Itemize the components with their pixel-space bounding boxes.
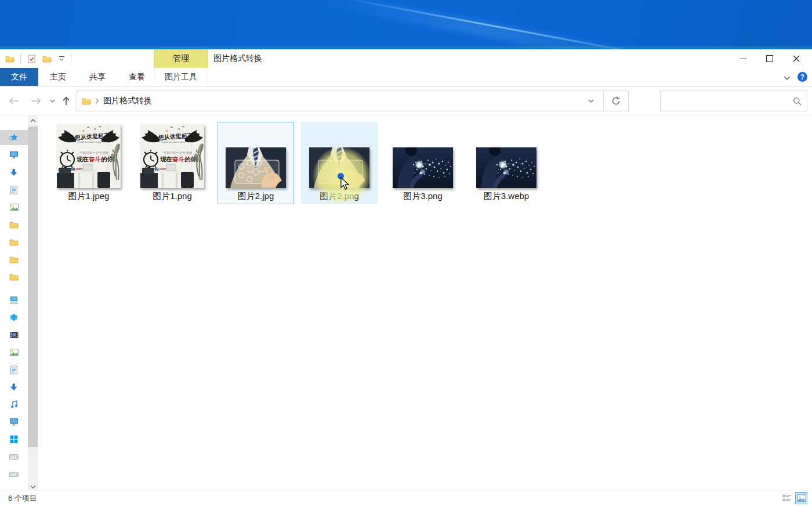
toolbar-separator bbox=[20, 54, 21, 63]
navigation-pane bbox=[0, 115, 38, 491]
file-tiles: 图片1.jpeg 图片1.png 图片2.jpg 图片2.png bbox=[50, 122, 545, 204]
recent-locations-icon[interactable] bbox=[48, 86, 57, 115]
details-view-icon[interactable] bbox=[781, 492, 793, 504]
thumbnail bbox=[218, 122, 293, 188]
sidebar-item-desktop[interactable] bbox=[0, 147, 28, 162]
scrollbar-thumb[interactable] bbox=[28, 126, 38, 447]
search-input[interactable] bbox=[661, 91, 787, 111]
thumbnail bbox=[51, 122, 126, 188]
thumbnail bbox=[469, 122, 544, 188]
sidebar-item-local-disk[interactable] bbox=[0, 449, 28, 464]
ribbon-right-controls: ? bbox=[784, 68, 807, 86]
ribbon-tab-row: 文件 主页 共享 查看 图片工具 ? bbox=[0, 68, 812, 86]
file-tile-selected[interactable]: 图片2.jpg bbox=[217, 122, 294, 204]
file-name: 图片3.webp bbox=[484, 191, 529, 202]
address-bar[interactable]: 图片格式转换 bbox=[77, 91, 629, 111]
navigation-bar: 图片格式转换 bbox=[0, 86, 812, 115]
up-icon[interactable] bbox=[60, 86, 72, 115]
thumbnail bbox=[135, 122, 210, 188]
sidebar-item-local-disk[interactable] bbox=[0, 467, 28, 482]
properties-icon[interactable] bbox=[26, 53, 37, 64]
sidebar-item-pinned-folder[interactable] bbox=[0, 269, 28, 284]
sidebar-item-downloads[interactable] bbox=[0, 165, 28, 180]
help-icon[interactable]: ? bbox=[798, 72, 807, 82]
address-dropdown-icon[interactable] bbox=[579, 91, 603, 111]
sidebar-item-documents[interactable] bbox=[0, 362, 28, 377]
item-count: 6 个项目 bbox=[8, 490, 37, 506]
file-tile[interactable]: 图片3.png bbox=[385, 122, 461, 204]
tab-share[interactable]: 共享 bbox=[78, 68, 117, 86]
search-icon[interactable] bbox=[787, 97, 807, 106]
window-controls bbox=[730, 49, 810, 68]
mouse-cursor-icon bbox=[340, 177, 350, 193]
minimize-button[interactable] bbox=[730, 49, 756, 68]
sidebar-item-this-pc[interactable] bbox=[0, 292, 28, 308]
toolbar-separator bbox=[71, 54, 71, 63]
quick-access-toolbar bbox=[5, 49, 71, 68]
sidebar-item-quick-access[interactable] bbox=[0, 130, 28, 145]
window-title: 图片格式转换 bbox=[213, 49, 262, 68]
window-body: 图片1.jpeg 图片1.png 图片2.jpg 图片2.png bbox=[0, 115, 812, 491]
tab-file[interactable]: 文件 bbox=[0, 68, 38, 86]
sidebar-item-downloads[interactable] bbox=[0, 380, 28, 395]
new-folder-icon[interactable] bbox=[42, 53, 52, 64]
file-name: 图片2.png bbox=[320, 191, 359, 202]
file-tile-hovered[interactable]: 图片2.png bbox=[301, 122, 378, 204]
collapse-ribbon-icon[interactable] bbox=[784, 73, 791, 82]
breadcrumb-chevron-icon bbox=[95, 98, 99, 104]
window-folder-icon bbox=[5, 53, 15, 64]
sidebar-item-videos[interactable] bbox=[0, 327, 28, 342]
file-tile[interactable]: 图片1.png bbox=[134, 122, 211, 204]
sidebar-item-3d-objects[interactable] bbox=[0, 310, 28, 325]
scroll-up-icon[interactable] bbox=[28, 115, 38, 125]
file-explorer-window: 管理 图片格式转换 文件 主页 共享 查看 图片工具 ? 图片格式转换 bbox=[0, 49, 812, 506]
file-tile[interactable]: 图片3.webp bbox=[468, 122, 545, 204]
refresh-icon[interactable] bbox=[603, 91, 628, 111]
sidebar-scrollbar[interactable] bbox=[28, 115, 38, 491]
sidebar-item-pinned-folder[interactable] bbox=[0, 252, 28, 267]
view-toggles bbox=[781, 492, 807, 504]
sidebar-item-documents[interactable] bbox=[0, 182, 28, 197]
thumbnail bbox=[385, 122, 461, 188]
file-name: 图片1.jpeg bbox=[68, 191, 110, 202]
back-icon[interactable] bbox=[7, 86, 21, 115]
breadcrumb-segment[interactable]: 图片格式转换 bbox=[103, 96, 152, 106]
file-list-area[interactable]: 图片1.jpeg 图片1.png 图片2.jpg 图片2.png bbox=[38, 115, 812, 491]
sidebar-item-pictures[interactable] bbox=[0, 345, 28, 360]
tab-home[interactable]: 主页 bbox=[38, 68, 78, 86]
tab-picture-tools[interactable]: 图片工具 bbox=[154, 68, 208, 86]
status-bar: 6 个项目 bbox=[0, 490, 812, 506]
contextual-tab-group-manage[interactable]: 管理 bbox=[154, 49, 208, 68]
file-name: 图片3.png bbox=[403, 191, 443, 202]
sidebar-item-pictures[interactable] bbox=[0, 200, 28, 215]
maximize-button[interactable] bbox=[756, 49, 783, 68]
tab-view[interactable]: 查看 bbox=[117, 68, 157, 86]
sidebar-item-music[interactable] bbox=[0, 397, 28, 412]
large-thumbnails-view-icon[interactable] bbox=[795, 492, 807, 504]
file-name: 图片2.jpg bbox=[238, 191, 274, 202]
file-tile[interactable]: 图片1.jpeg bbox=[50, 122, 127, 204]
breadcrumb: 图片格式转换 bbox=[77, 96, 579, 106]
customize-toolbar-dropdown-icon[interactable] bbox=[57, 56, 66, 61]
search-box bbox=[660, 91, 807, 111]
sidebar-item-desktop[interactable] bbox=[0, 414, 28, 429]
sidebar-item-local-disk-c[interactable] bbox=[0, 432, 28, 447]
forward-icon[interactable] bbox=[29, 86, 43, 115]
sidebar-item-pinned-folder[interactable] bbox=[0, 234, 28, 250]
sidebar-item-pinned-folder[interactable] bbox=[0, 217, 28, 232]
file-name: 图片1.png bbox=[153, 191, 192, 202]
desktop-wallpaper bbox=[0, 0, 812, 49]
breadcrumb-folder-icon bbox=[82, 97, 91, 105]
title-bar: 管理 图片格式转换 bbox=[0, 49, 812, 68]
close-button[interactable] bbox=[783, 49, 810, 68]
